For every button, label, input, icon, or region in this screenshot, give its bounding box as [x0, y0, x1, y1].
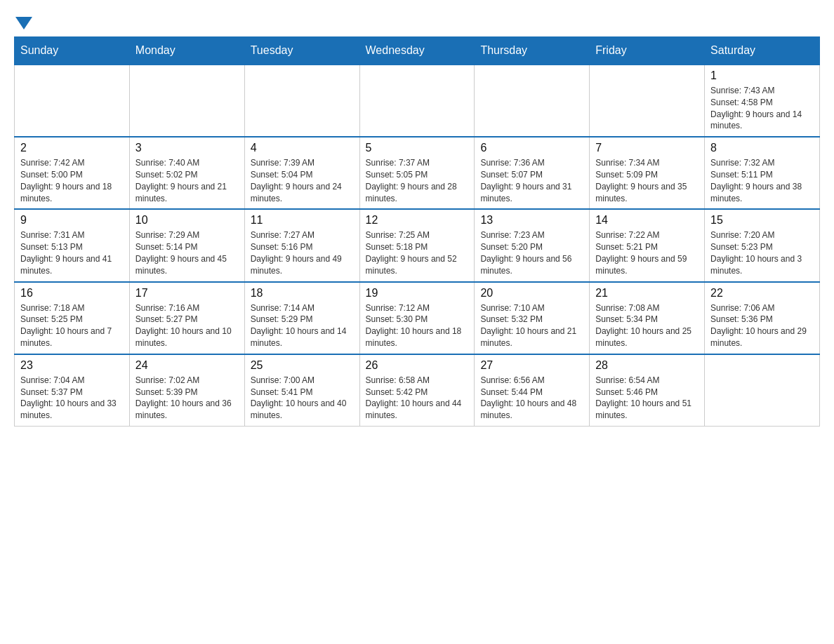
- calendar-header-monday: Monday: [129, 37, 244, 65]
- calendar-day-cell: [359, 65, 475, 137]
- calendar-day-cell: 21Sunrise: 7:08 AM Sunset: 5:34 PM Dayli…: [590, 282, 705, 354]
- day-number: 1: [710, 69, 814, 82]
- calendar-header-row: SundayMondayTuesdayWednesdayThursdayFrid…: [15, 37, 820, 65]
- day-info: Sunrise: 7:00 AM Sunset: 5:41 PM Dayligh…: [251, 375, 354, 422]
- day-info: Sunrise: 6:56 AM Sunset: 5:44 PM Dayligh…: [480, 375, 583, 422]
- day-number: 27: [480, 359, 583, 372]
- calendar-day-cell: 25Sunrise: 7:00 AM Sunset: 5:41 PM Dayli…: [244, 354, 359, 427]
- day-info: Sunrise: 6:54 AM Sunset: 5:46 PM Dayligh…: [595, 375, 699, 422]
- calendar-header-friday: Friday: [590, 37, 705, 65]
- calendar-day-cell: 9Sunrise: 7:31 AM Sunset: 5:13 PM Daylig…: [15, 209, 130, 281]
- calendar-day-cell: 19Sunrise: 7:12 AM Sunset: 5:30 PM Dayli…: [359, 282, 475, 354]
- day-number: 9: [20, 214, 124, 227]
- calendar-header-sunday: Sunday: [15, 37, 130, 65]
- day-number: 4: [251, 142, 354, 154]
- calendar-week-row: 16Sunrise: 7:18 AM Sunset: 5:25 PM Dayli…: [15, 282, 820, 354]
- calendar-day-cell: 12Sunrise: 7:25 AM Sunset: 5:18 PM Dayli…: [359, 209, 475, 281]
- day-number: 20: [480, 287, 583, 300]
- calendar-week-row: 23Sunrise: 7:04 AM Sunset: 5:37 PM Dayli…: [15, 354, 820, 427]
- calendar-day-cell: 24Sunrise: 7:02 AM Sunset: 5:39 PM Dayli…: [129, 354, 244, 427]
- calendar-day-cell: 2Sunrise: 7:42 AM Sunset: 5:00 PM Daylig…: [15, 137, 130, 209]
- calendar-day-cell: 10Sunrise: 7:29 AM Sunset: 5:14 PM Dayli…: [129, 209, 244, 281]
- day-info: Sunrise: 7:43 AM Sunset: 4:58 PM Dayligh…: [710, 85, 814, 132]
- day-info: Sunrise: 7:22 AM Sunset: 5:21 PM Dayligh…: [595, 229, 699, 276]
- day-number: 17: [135, 287, 239, 300]
- day-number: 14: [595, 214, 699, 227]
- day-number: 22: [710, 287, 814, 300]
- calendar-day-cell: 6Sunrise: 7:36 AM Sunset: 5:07 PM Daylig…: [475, 137, 590, 209]
- day-info: Sunrise: 7:25 AM Sunset: 5:18 PM Dayligh…: [366, 229, 469, 276]
- logo-triangle-icon: [15, 17, 32, 29]
- day-number: 13: [480, 214, 583, 227]
- day-info: Sunrise: 7:14 AM Sunset: 5:29 PM Dayligh…: [251, 302, 354, 349]
- calendar-day-cell: 1Sunrise: 7:43 AM Sunset: 4:58 PM Daylig…: [705, 65, 820, 137]
- calendar-week-row: 9Sunrise: 7:31 AM Sunset: 5:13 PM Daylig…: [15, 209, 820, 281]
- day-number: 8: [710, 142, 814, 154]
- day-info: Sunrise: 7:16 AM Sunset: 5:27 PM Dayligh…: [135, 302, 239, 349]
- calendar-day-cell: [590, 65, 705, 137]
- calendar-day-cell: 27Sunrise: 6:56 AM Sunset: 5:44 PM Dayli…: [475, 354, 590, 427]
- calendar-day-cell: 4Sunrise: 7:39 AM Sunset: 5:04 PM Daylig…: [244, 137, 359, 209]
- day-info: Sunrise: 7:36 AM Sunset: 5:07 PM Dayligh…: [480, 157, 583, 204]
- day-number: 2: [20, 142, 124, 154]
- calendar-header-thursday: Thursday: [475, 37, 590, 65]
- day-info: Sunrise: 6:58 AM Sunset: 5:42 PM Dayligh…: [366, 375, 469, 422]
- day-info: Sunrise: 7:10 AM Sunset: 5:32 PM Dayligh…: [480, 302, 583, 349]
- calendar-header-tuesday: Tuesday: [244, 37, 359, 65]
- calendar-day-cell: 8Sunrise: 7:32 AM Sunset: 5:11 PM Daylig…: [705, 137, 820, 209]
- calendar-week-row: 1Sunrise: 7:43 AM Sunset: 4:58 PM Daylig…: [15, 65, 820, 137]
- calendar-day-cell: 22Sunrise: 7:06 AM Sunset: 5:36 PM Dayli…: [705, 282, 820, 354]
- day-number: 16: [20, 287, 124, 300]
- logo: [14, 14, 34, 29]
- calendar-day-cell: 5Sunrise: 7:37 AM Sunset: 5:05 PM Daylig…: [359, 137, 475, 209]
- calendar-day-cell: [705, 354, 820, 427]
- day-number: 21: [595, 287, 699, 300]
- calendar-day-cell: 7Sunrise: 7:34 AM Sunset: 5:09 PM Daylig…: [590, 137, 705, 209]
- day-info: Sunrise: 7:39 AM Sunset: 5:04 PM Dayligh…: [251, 157, 354, 204]
- day-info: Sunrise: 7:12 AM Sunset: 5:30 PM Dayligh…: [366, 302, 469, 349]
- calendar-day-cell: 16Sunrise: 7:18 AM Sunset: 5:25 PM Dayli…: [15, 282, 130, 354]
- day-number: 25: [251, 359, 354, 372]
- day-number: 18: [251, 287, 354, 300]
- calendar-day-cell: [475, 65, 590, 137]
- day-info: Sunrise: 7:23 AM Sunset: 5:20 PM Dayligh…: [480, 229, 583, 276]
- day-info: Sunrise: 7:08 AM Sunset: 5:34 PM Dayligh…: [595, 302, 699, 349]
- day-info: Sunrise: 7:32 AM Sunset: 5:11 PM Dayligh…: [710, 157, 814, 204]
- day-info: Sunrise: 7:27 AM Sunset: 5:16 PM Dayligh…: [251, 229, 354, 276]
- day-number: 10: [135, 214, 239, 227]
- day-number: 26: [366, 359, 469, 372]
- calendar-day-cell: [129, 65, 244, 137]
- calendar-day-cell: 14Sunrise: 7:22 AM Sunset: 5:21 PM Dayli…: [590, 209, 705, 281]
- day-number: 19: [366, 287, 469, 300]
- day-info: Sunrise: 7:37 AM Sunset: 5:05 PM Dayligh…: [366, 157, 469, 204]
- day-number: 12: [366, 214, 469, 227]
- day-info: Sunrise: 7:40 AM Sunset: 5:02 PM Dayligh…: [135, 157, 239, 204]
- day-number: 3: [135, 142, 239, 154]
- calendar-day-cell: 18Sunrise: 7:14 AM Sunset: 5:29 PM Dayli…: [244, 282, 359, 354]
- day-info: Sunrise: 7:31 AM Sunset: 5:13 PM Dayligh…: [20, 229, 124, 276]
- calendar-day-cell: 28Sunrise: 6:54 AM Sunset: 5:46 PM Dayli…: [590, 354, 705, 427]
- calendar-header-wednesday: Wednesday: [359, 37, 475, 65]
- day-info: Sunrise: 7:20 AM Sunset: 5:23 PM Dayligh…: [710, 229, 814, 276]
- day-number: 5: [366, 142, 469, 154]
- day-number: 24: [135, 359, 239, 372]
- day-number: 23: [20, 359, 124, 372]
- day-number: 6: [480, 142, 583, 154]
- day-info: Sunrise: 7:29 AM Sunset: 5:14 PM Dayligh…: [135, 229, 239, 276]
- calendar-table: SundayMondayTuesdayWednesdayThursdayFrid…: [14, 36, 820, 427]
- day-number: 28: [595, 359, 699, 372]
- calendar-day-cell: 15Sunrise: 7:20 AM Sunset: 5:23 PM Dayli…: [705, 209, 820, 281]
- calendar-day-cell: 20Sunrise: 7:10 AM Sunset: 5:32 PM Dayli…: [475, 282, 590, 354]
- day-number: 7: [595, 142, 699, 154]
- day-info: Sunrise: 7:42 AM Sunset: 5:00 PM Dayligh…: [20, 157, 124, 204]
- calendar-day-cell: 17Sunrise: 7:16 AM Sunset: 5:27 PM Dayli…: [129, 282, 244, 354]
- day-info: Sunrise: 7:34 AM Sunset: 5:09 PM Dayligh…: [595, 157, 699, 204]
- day-info: Sunrise: 7:04 AM Sunset: 5:37 PM Dayligh…: [20, 375, 124, 422]
- day-info: Sunrise: 7:18 AM Sunset: 5:25 PM Dayligh…: [20, 302, 124, 349]
- calendar-day-cell: 11Sunrise: 7:27 AM Sunset: 5:16 PM Dayli…: [244, 209, 359, 281]
- day-info: Sunrise: 7:06 AM Sunset: 5:36 PM Dayligh…: [710, 302, 814, 349]
- day-info: Sunrise: 7:02 AM Sunset: 5:39 PM Dayligh…: [135, 375, 239, 422]
- calendar-week-row: 2Sunrise: 7:42 AM Sunset: 5:00 PM Daylig…: [15, 137, 820, 209]
- calendar-day-cell: 3Sunrise: 7:40 AM Sunset: 5:02 PM Daylig…: [129, 137, 244, 209]
- calendar-day-cell: 26Sunrise: 6:58 AM Sunset: 5:42 PM Dayli…: [359, 354, 475, 427]
